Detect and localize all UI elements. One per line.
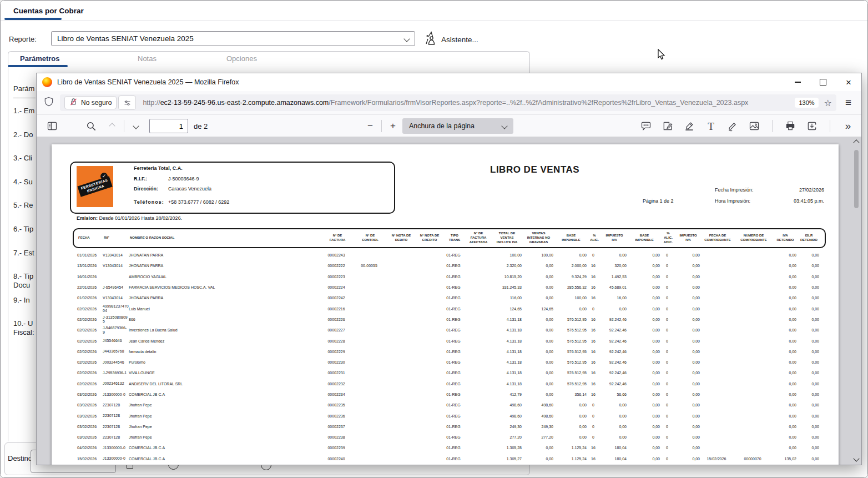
hamburger-menu-icon[interactable]: ≡ — [842, 97, 855, 109]
table-cell: 0,00 — [796, 328, 819, 332]
table-cell: 02/02/2026 — [77, 350, 103, 354]
image-stamp-icon[interactable] — [746, 118, 762, 134]
table-cell: 0,00 — [627, 393, 660, 396]
table-cell: 00002230 — [320, 360, 352, 364]
zoom-in-icon[interactable]: + — [386, 120, 400, 132]
table-cell: 4.131,18 — [490, 339, 522, 343]
app-footer-refresh-icon[interactable] — [168, 464, 183, 473]
signature-annotation-icon[interactable] — [660, 118, 675, 134]
next-page-button[interactable] — [128, 118, 144, 134]
table-cell: 0,00 — [522, 446, 553, 450]
app-footer-circle-icon[interactable] — [261, 465, 275, 474]
table-cell: 0,00 — [627, 285, 660, 289]
table-cell: 0,00 — [674, 435, 700, 439]
search-icon[interactable] — [83, 118, 99, 134]
pdf-scrollbar[interactable] — [852, 138, 860, 464]
table-cell: 576.512,95 — [553, 371, 587, 375]
table-cell: 0 — [587, 414, 600, 418]
table-cell: 0,00 — [627, 425, 660, 429]
scroll-down-icon[interactable] — [853, 455, 859, 461]
save-download-icon[interactable] — [804, 118, 820, 134]
table-cell: 277,20 — [522, 435, 553, 439]
table-cell: 0,00 — [796, 360, 819, 364]
more-tools-icon[interactable]: » — [840, 118, 856, 134]
scrollbar-thumb[interactable] — [854, 150, 859, 208]
table-cell: 0 — [660, 403, 674, 407]
table-cell: 01-REG — [442, 296, 465, 300]
table-cell: 100,00 — [522, 253, 553, 257]
mouse-cursor — [658, 49, 665, 63]
firefox-titlebar[interactable]: Libro de Ventas SENIAT Venezuela 2025 — … — [37, 73, 861, 91]
table-cell: Luis Manuel — [129, 307, 320, 311]
table-cell: 01-REG — [442, 457, 465, 461]
tab-notas[interactable]: Notas — [138, 54, 157, 63]
table-cell: 56,66 — [600, 393, 627, 396]
column-header: Nº DE FACTURA — [321, 234, 354, 243]
previous-page-button[interactable] — [104, 118, 120, 134]
text-tool-icon[interactable]: T — [703, 118, 719, 134]
direccion-label: Dirección: — [134, 186, 158, 192]
table-cell: 0,00 — [796, 382, 819, 386]
column-header: IVA RETENIDO — [773, 234, 798, 243]
highlighter-icon[interactable] — [682, 118, 697, 134]
table-cell: 124,65 — [522, 307, 553, 311]
minimize-button[interactable] — [785, 73, 810, 91]
table-row: 02/02/2026J002346132ANDISERV DEL LITORAL… — [77, 379, 821, 389]
telefonos-label: Teléfonos: — [134, 199, 164, 205]
company-logo: FERRETERÍAS ENSIGNA ✓ — [77, 166, 113, 207]
draw-pen-icon[interactable] — [725, 118, 740, 134]
table-cell: 2.000,00 — [553, 264, 587, 268]
table-cell: 92.242,46 — [600, 339, 627, 343]
table-cell: 0,00 — [553, 435, 587, 439]
url-bar[interactable]: No seguro http://ec2-13-59-245-96.us-eas… — [60, 94, 836, 111]
close-button[interactable]: × — [836, 73, 861, 91]
table-cell: ANDISERV DEL LITORAL SRL — [129, 382, 320, 386]
table-cell: 0,00 — [674, 275, 700, 279]
table-cell: 0,00 — [796, 307, 819, 311]
column-header: Nº NOTA DE DEBITO — [387, 234, 416, 243]
permissions-button[interactable] — [118, 95, 136, 110]
url-toolbar: No seguro http://ec2-13-59-245-96.us-eas… — [37, 91, 861, 115]
table-cell: 0,00 — [796, 425, 819, 429]
tab-parametros[interactable]: Parámetros — [20, 54, 60, 63]
table-cell: 15/02/2026 — [700, 457, 733, 461]
table-cell: 0,00 — [600, 425, 627, 429]
page-zoom-badge[interactable]: 130% — [795, 98, 818, 108]
zoom-out-icon[interactable]: − — [363, 120, 377, 132]
table-cell: 03/02/2026 — [77, 393, 103, 396]
table-cell: 0,00 — [627, 403, 660, 407]
comment-annotation-icon[interactable] — [638, 118, 654, 134]
pdf-viewer-area: FERRETERÍAS ENSIGNA ✓ Ferreteria Total, … — [37, 137, 861, 465]
table-cell: 0,00 — [600, 403, 627, 407]
pdf-page: FERRETERÍAS ENSIGNA ✓ Ferreteria Total, … — [52, 144, 839, 465]
table-cell: 0 — [660, 318, 674, 321]
security-chip[interactable]: No seguro — [64, 96, 117, 109]
sidebar-toggle-icon[interactable] — [44, 118, 60, 134]
table-cell: 0 — [660, 425, 674, 429]
table-cell: 92.242,46 — [600, 371, 627, 375]
assistant-label: Asistente... — [441, 36, 478, 44]
tab-opciones[interactable]: Opciones — [226, 54, 257, 63]
maximize-button[interactable] — [810, 73, 836, 91]
firefox-window: Libro de Ventas SENIAT Venezuela 2025 — … — [36, 73, 862, 465]
zoom-mode-select[interactable]: Anchura de la página — [402, 118, 513, 134]
report-table-header: FECHARIFNOMBRE O RAZON SOCIALNº DE FACTU… — [73, 228, 826, 248]
telefonos-value: +58 373.6777 / 6082 / 6292 — [168, 199, 229, 205]
app-tab-title[interactable]: Cuentas por Cobrar — [13, 7, 84, 15]
table-cell: 92.242,46 — [600, 328, 627, 332]
shield-icon[interactable] — [43, 96, 54, 109]
report-select[interactable]: Libro de Ventas SENIAT Venezuela 2025 — [51, 31, 415, 46]
table-cell: 0,00 — [627, 339, 660, 343]
table-cell: 0,00 — [674, 318, 700, 321]
table-cell: 01/02/2026 — [77, 296, 103, 300]
table-cell: 0,00 — [796, 414, 819, 418]
table-cell: 01-REG — [442, 328, 465, 332]
page-number-input[interactable] — [149, 119, 188, 133]
table-cell: J13300000-0 — [103, 393, 129, 397]
bookmark-star-icon[interactable]: ☆ — [824, 98, 832, 108]
print-icon[interactable] — [783, 118, 798, 134]
column-header: Nº DE CONTROL — [354, 234, 387, 243]
scroll-up-icon[interactable] — [853, 139, 859, 145]
assistant-button[interactable]: Asistente... — [423, 31, 478, 48]
table-row: 02/02/2026J-313508080958660000222601-REG… — [77, 314, 821, 325]
